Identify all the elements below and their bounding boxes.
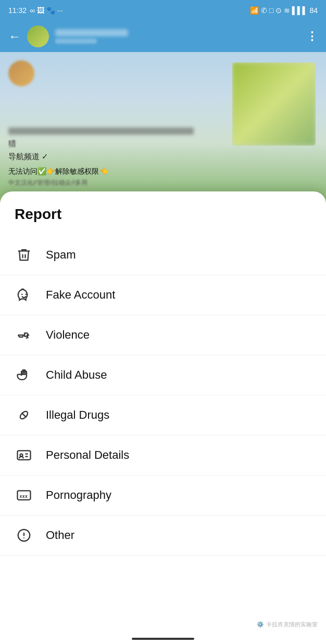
watermark-icon: ⚙️ xyxy=(257,621,264,628)
nav-subtitle-blurred xyxy=(55,38,97,44)
report-item-violence[interactable]: Violence xyxy=(0,315,326,355)
svg-line-3 xyxy=(22,413,27,418)
report-item-other[interactable]: Other xyxy=(0,516,326,556)
child-abuse-label: Child Abuse xyxy=(46,368,107,382)
blurred-line-1 xyxy=(8,127,194,135)
back-button[interactable]: ← xyxy=(8,29,21,44)
chinese-text-1: 猎 xyxy=(8,139,318,149)
avatar xyxy=(27,25,49,47)
pill-icon xyxy=(15,406,33,424)
nav-title-blurred xyxy=(55,29,128,36)
fake-account-label: Fake Account xyxy=(46,288,115,302)
id-card-icon xyxy=(15,446,33,465)
svg-text:xxx: xxx xyxy=(19,494,28,499)
home-indicator xyxy=(132,638,194,640)
svg-point-1 xyxy=(26,294,27,295)
profile-avatar-blurred xyxy=(8,60,34,86)
report-item-fake-account[interactable]: Fake Account xyxy=(0,275,326,315)
report-item-spam[interactable]: Spam xyxy=(0,235,326,275)
spam-label: Spam xyxy=(46,248,76,262)
more-button[interactable]: ⋮ xyxy=(306,30,318,43)
illegal-drugs-label: Illegal Drugs xyxy=(46,408,109,422)
hand-icon xyxy=(15,366,33,384)
trash-icon xyxy=(15,246,33,264)
pornography-label: Pornography xyxy=(46,488,111,502)
report-sheet: Report Spam xyxy=(0,191,326,644)
status-bar: 11:32 ∞ 🖼 🐾 ··· 📶 ✆ □ ⊙ ≋ ▌▌▌ 84 xyxy=(0,0,326,21)
nav-bar: ← ⋮ xyxy=(0,21,326,52)
report-item-pornography[interactable]: xxx Pornography xyxy=(0,475,326,516)
violence-label: Violence xyxy=(46,328,90,342)
blurred-text-area: 猎 导航频道 ✓ 无法访问✅👉解除敏感权限👈 中文汉化//管理//拉稳众//多用 xyxy=(8,127,318,187)
chinese-text-4: 中文汉化//管理//拉稳众//多用 xyxy=(8,178,318,187)
report-title: Report xyxy=(0,206,326,223)
report-list: Spam Fake Account xyxy=(0,235,326,556)
status-icons: ∞ 🖼 🐾 ··· xyxy=(30,6,63,15)
watermark: ⚙️ 卡拉肖克情的实验室 xyxy=(257,621,318,628)
report-item-personal-details[interactable]: Personal Details xyxy=(0,435,326,475)
status-left: 11:32 ∞ 🖼 🐾 ··· xyxy=(8,6,63,15)
chinese-text-2: 导航频道 ✓ xyxy=(8,152,318,162)
svg-point-0 xyxy=(21,294,23,295)
status-right: 📶 ✆ □ ⊙ ≋ ▌▌▌ 84 xyxy=(250,6,318,15)
chinese-text-3: 无法访问✅👉解除敏感权限👈 xyxy=(8,167,318,176)
report-item-child-abuse[interactable]: Child Abuse xyxy=(0,355,326,395)
personal-details-label: Personal Details xyxy=(46,448,129,462)
signal-icons: 📶 ✆ □ ⊙ ≋ ▌▌▌ 84 xyxy=(250,6,318,15)
report-item-illegal-drugs[interactable]: Illegal Drugs xyxy=(0,395,326,435)
mask-icon xyxy=(15,286,33,304)
blurred-content-area: 猎 导航频道 ✓ 无法访问✅👉解除敏感权限👈 中文汉化//管理//拉稳众//多用 xyxy=(0,52,326,203)
exclamation-icon xyxy=(15,526,33,545)
time-display: 11:32 xyxy=(8,6,27,15)
watermark-text: 卡拉肖克情的实验室 xyxy=(266,621,318,628)
xxx-icon: xxx xyxy=(15,486,33,505)
svg-point-10 xyxy=(23,537,24,538)
other-label: Other xyxy=(46,529,74,542)
gun-icon xyxy=(15,326,33,344)
nav-title-area xyxy=(55,29,300,44)
